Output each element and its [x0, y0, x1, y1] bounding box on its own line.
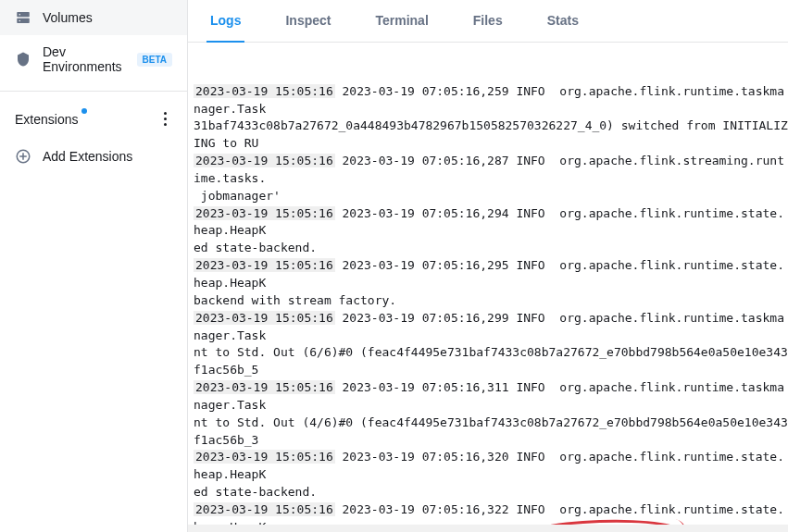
- sidebar-item-dev-environments[interactable]: Dev Environments BETA: [0, 35, 187, 83]
- log-text: ed state-backend.: [194, 485, 317, 499]
- log-timestamp: 2023-03-19 15:05:16: [194, 311, 335, 325]
- log-text: jobmanager': [194, 189, 281, 203]
- log-line: 2023-03-19 15:05:16 2023-03-19 07:05:16,…: [194, 205, 788, 241]
- log-line: 2023-03-19 15:05:16 2023-03-19 07:05:16,…: [194, 449, 788, 484]
- extensions-title: Extensions: [15, 112, 78, 127]
- tab-stats[interactable]: Stats: [544, 0, 582, 43]
- log-line: backend with stream factory.: [194, 292, 788, 310]
- sidebar-item-label: Volumes: [43, 10, 93, 25]
- volumes-icon: [15, 9, 31, 26]
- log-timestamp: 2023-03-19 15:05:16: [194, 380, 335, 394]
- log-line: 2023-03-19 15:05:16 2023-03-19 07:05:16,…: [194, 153, 788, 188]
- log-timestamp: 2023-03-19 15:05:16: [194, 258, 335, 272]
- log-line: nt to Std. Out (6/6)#0 (feac4f4495e731ba…: [194, 344, 788, 379]
- log-lines-wrapper: 2023-03-19 15:05:16 2023-03-19 07:05:16,…: [194, 83, 788, 532]
- log-text: nt to Std. Out (4/6)#0 (feac4f4495e731ba…: [194, 415, 788, 447]
- tab-terminal[interactable]: Terminal: [371, 0, 432, 43]
- log-viewer[interactable]: 2023-03-19 15:05:16 2023-03-19 07:05:16,…: [188, 43, 788, 532]
- svg-rect-1: [17, 19, 30, 23]
- tab-inspect[interactable]: Inspect: [281, 0, 334, 43]
- kebab-menu-icon[interactable]: [157, 108, 172, 130]
- svg-rect-0: [17, 12, 30, 17]
- plus-circle-icon: [15, 148, 31, 165]
- svg-point-3: [19, 20, 21, 22]
- log-text: nt to Std. Out (6/6)#0 (feac4f4495e731ba…: [194, 345, 788, 377]
- log-timestamp: 2023-03-19 15:05:16: [194, 84, 335, 98]
- log-text: ed state-backend.: [194, 241, 317, 254]
- svg-point-2: [19, 14, 21, 16]
- log-line: jobmanager': [194, 188, 788, 205]
- tab-files[interactable]: Files: [469, 0, 507, 43]
- sidebar-item-volumes[interactable]: Volumes: [0, 0, 187, 35]
- log-line: ed state-backend.: [194, 240, 788, 257]
- log-timestamp: 2023-03-19 15:05:16: [194, 206, 335, 220]
- sidebar: Volumes Dev Environments BETA Extensions…: [0, 0, 188, 532]
- extensions-title-text: Extensions: [15, 112, 78, 127]
- sidebar-item-add-extensions[interactable]: Add Extensions: [0, 139, 187, 174]
- dev-env-icon: [15, 51, 31, 68]
- log-text: backend with stream factory.: [194, 293, 396, 307]
- log-line: 2023-03-19 15:05:16 2023-03-19 07:05:16,…: [194, 379, 788, 414]
- log-line: nt to Std. Out (4/6)#0 (feac4f4495e731ba…: [194, 414, 788, 450]
- tabs: LogsInspectTerminalFilesStats: [188, 0, 788, 43]
- beta-badge: BETA: [137, 53, 172, 67]
- main-panel: LogsInspectTerminalFilesStats 2023-03-19…: [188, 0, 788, 532]
- log-text: 31baf7433c08b7a27672_0a448493b4782967b15…: [194, 118, 788, 150]
- extensions-header: Extensions: [0, 99, 187, 139]
- log-timestamp: 2023-03-19 15:05:16: [194, 450, 335, 464]
- notification-dot-icon: [81, 108, 87, 114]
- sidebar-item-label: Add Extensions: [43, 149, 132, 164]
- divider: [0, 91, 187, 92]
- log-line: ed state-backend.: [194, 484, 788, 501]
- log-timestamp: 2023-03-19 15:05:16: [194, 154, 335, 167]
- tab-logs[interactable]: Logs: [206, 0, 244, 43]
- horizontal-scrollbar[interactable]: [188, 525, 788, 532]
- log-line: 31baf7433c08b7a27672_0a448493b4782967b15…: [194, 118, 788, 153]
- sidebar-item-label: Dev Environments: [43, 44, 122, 74]
- log-timestamp: 2023-03-19 15:05:16: [194, 502, 335, 516]
- log-line: 2023-03-19 15:05:16 2023-03-19 07:05:16,…: [194, 83, 788, 118]
- log-line: 2023-03-19 15:05:16 2023-03-19 07:05:16,…: [194, 257, 788, 292]
- log-line: 2023-03-19 15:05:16 2023-03-19 07:05:16,…: [194, 310, 788, 345]
